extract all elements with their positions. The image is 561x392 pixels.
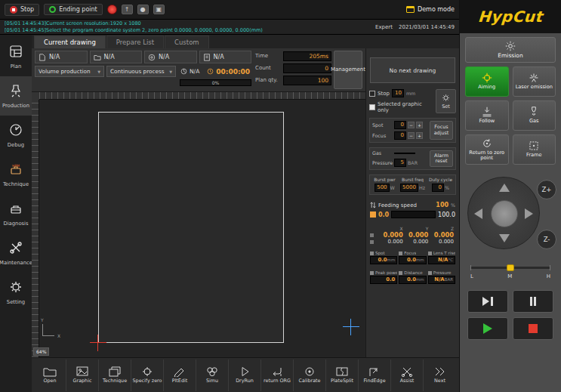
duty-cycle-value[interactable]: 0: [432, 184, 444, 192]
stop-distance-value[interactable]: 10: [392, 89, 404, 97]
pressure-sensor-unit: BAR: [445, 277, 453, 282]
drawing-canvas[interactable]: Y X 64%: [32, 92, 365, 357]
material-indicator[interactable]: N/A: [178, 68, 202, 75]
alarm-icon[interactable]: [107, 5, 117, 14]
sidebar-item-production[interactable]: Production: [0, 76, 32, 116]
production-mode-select[interactable]: Volume production ▼: [35, 66, 104, 77]
chevron-down-icon: ▼: [97, 69, 100, 74]
jog-up-arrow[interactable]: [499, 184, 510, 192]
sidebar-item-diagnosis[interactable]: Diagnosis: [0, 194, 32, 233]
alarm-reset-button[interactable]: Alarm reset: [430, 150, 453, 167]
jog-left-arrow[interactable]: [474, 208, 482, 219]
burst-pwr-unit: W: [390, 185, 395, 190]
spot-value[interactable]: 0: [394, 121, 406, 129]
management-button[interactable]: Management: [334, 51, 362, 89]
return-to-zero-button[interactable]: Return to zero point: [465, 134, 509, 165]
tab-custom[interactable]: Custom: [165, 35, 209, 48]
drawing-outline[interactable]: [98, 112, 284, 343]
start-button[interactable]: [467, 317, 508, 340]
process-mode-select[interactable]: Continuous process ▼: [106, 66, 176, 77]
set-button[interactable]: Set: [436, 89, 456, 113]
focus-adjust-button[interactable]: Focus adjust: [430, 121, 453, 140]
stop-button[interactable]: Stop: [5, 4, 39, 16]
tool-label: Open: [43, 378, 56, 384]
file-slot-2[interactable]: N/A: [90, 51, 143, 63]
feed-marker[interactable]: [370, 211, 376, 218]
gas-value[interactable]: [394, 153, 415, 154]
speed-high-label: H: [547, 273, 550, 279]
debug-icon: [9, 123, 23, 140]
frame-button[interactable]: Frame: [513, 134, 556, 165]
jog-center-button[interactable]: [491, 200, 518, 227]
graphic-button[interactable]: Graphic: [66, 360, 99, 391]
findedge-button[interactable]: FindEdge: [359, 360, 391, 391]
pressure-value[interactable]: 5: [394, 159, 406, 167]
slider-handle[interactable]: [507, 264, 514, 271]
pltedit-button[interactable]: PltEdit: [164, 360, 196, 391]
upload-icon[interactable]: ↑: [122, 5, 133, 14]
file-slot-3[interactable]: N/A: [144, 51, 197, 63]
calibrate-button[interactable]: Calibrate: [294, 360, 326, 391]
return-org-button[interactable]: return ORG: [261, 360, 294, 391]
peak-power-value: 0.0: [386, 276, 395, 282]
z-down-button[interactable]: Z-: [537, 230, 556, 249]
laser-emission-button[interactable]: Laser emission: [513, 66, 556, 97]
emission-button[interactable]: Emission: [465, 37, 556, 63]
transport-controls: [460, 282, 561, 346]
stop-machine-button[interactable]: [513, 317, 553, 340]
stop-distance-checkbox[interactable]: [369, 91, 375, 97]
feed-display[interactable]: [391, 211, 436, 218]
spot-minus-button[interactable]: −: [408, 122, 415, 128]
specify-zero-button[interactable]: Specify zero: [131, 360, 164, 391]
slider-tick-low: [470, 265, 471, 270]
burst-pwr-value[interactable]: 500: [375, 184, 389, 192]
gas-button[interactable]: Gas: [513, 100, 556, 131]
sidebar-item-maintenance[interactable]: Maintenance: [0, 233, 32, 273]
open-button[interactable]: Open: [34, 360, 66, 391]
camera-icon[interactable]: ▣: [153, 5, 165, 14]
file-slot-1[interactable]: N/A: [35, 51, 88, 63]
sidebar-item-setting[interactable]: Setting: [0, 273, 32, 312]
tab-current-drawing[interactable]: Current drawing: [34, 35, 106, 48]
mic-icon[interactable]: ●: [137, 5, 149, 14]
coord-axis-y: Y: [403, 226, 429, 231]
jog-down-arrow[interactable]: [499, 234, 510, 242]
material-value: N/A: [190, 68, 199, 75]
next-button[interactable]: Next: [424, 360, 456, 391]
burst-freq-value[interactable]: 5000: [400, 184, 418, 192]
sidebar-item-plan[interactable]: Plan: [0, 37, 32, 76]
assist-button[interactable]: Assist: [391, 360, 424, 391]
page-icon: [203, 54, 211, 61]
top-bar: Stop Ending point ↑ ● ▣ Demo mode: [0, 0, 459, 20]
sidebar-item-technique[interactable]: HPM Technique: [0, 155, 32, 194]
jog-right-arrow[interactable]: [525, 208, 533, 219]
aiming-button[interactable]: Aiming: [465, 66, 509, 97]
simu-button[interactable]: Simu: [196, 360, 229, 391]
ending-point-button[interactable]: Ending point: [44, 4, 103, 15]
sidebar-item-debug[interactable]: Debug: [0, 116, 32, 155]
follow-button[interactable]: Follow: [465, 100, 509, 131]
assist-icon: [400, 366, 414, 377]
focus-minus-button[interactable]: −: [408, 132, 415, 139]
file-slot-4[interactable]: N/A: [199, 51, 252, 63]
step-button[interactable]: [467, 290, 508, 313]
next-icon: [433, 366, 447, 377]
platesplit-button[interactable]: PlateSplit: [326, 360, 359, 391]
focus-plus-button[interactable]: +: [416, 132, 423, 139]
dryrun-button[interactable]: DryRun: [229, 360, 261, 391]
focus-sensor-label: Focus: [404, 251, 416, 255]
selected-graphic-only-checkbox[interactable]: [369, 104, 375, 110]
user-level[interactable]: Expert: [375, 24, 393, 30]
pause-button[interactable]: [513, 290, 553, 313]
plan-icon: [9, 45, 23, 61]
tab-prepare-list[interactable]: Prepare List: [106, 35, 164, 48]
jog-speed-slider[interactable]: [470, 263, 550, 273]
technique-button[interactable]: Technique: [99, 360, 131, 391]
spot-plus-button[interactable]: +: [416, 122, 423, 128]
emission-icon: [505, 41, 516, 51]
z-up-button[interactable]: Z+: [537, 180, 556, 199]
file-slot-value: N/A: [49, 54, 60, 60]
focus-label: Focus: [372, 133, 393, 139]
focus-value[interactable]: 0: [394, 131, 406, 140]
datetime: 2021/03/01 14:45:49: [399, 24, 455, 30]
